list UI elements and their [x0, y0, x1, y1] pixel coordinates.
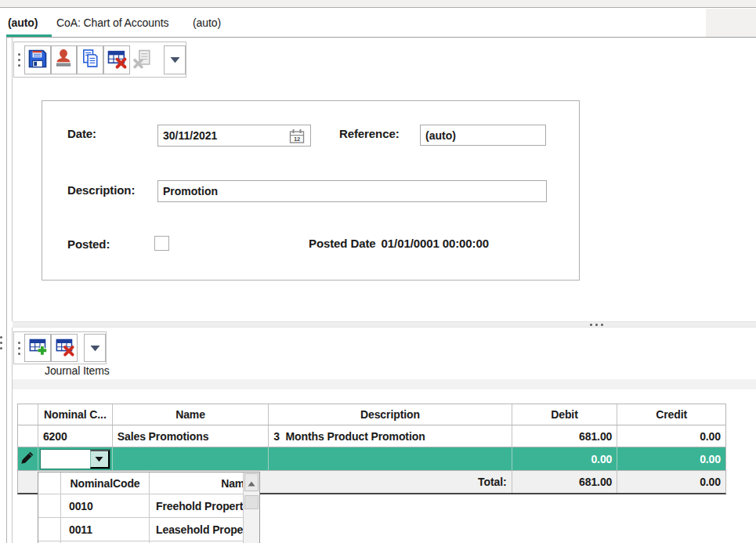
- tab-auto-2[interactable]: (auto): [193, 13, 221, 32]
- scroll-thumb[interactable]: [244, 495, 259, 509]
- post-stamp-icon: [52, 48, 74, 72]
- post-button[interactable]: [51, 45, 78, 74]
- popup-code-cell: 0011: [61, 518, 150, 541]
- journal-toolbar: [13, 42, 186, 78]
- col-header-name[interactable]: Name: [113, 404, 269, 425]
- journal-header-panel: Date: 12 Reference: Description: Posted:…: [42, 100, 580, 281]
- nominal-edit-cell: [38, 447, 113, 470]
- copy-button[interactable]: [77, 45, 103, 74]
- horizontal-splitter[interactable]: [13, 321, 756, 328]
- popup-col-header-code: NominalCode: [61, 472, 150, 494]
- items-toolbar-overflow-button[interactable]: [84, 334, 106, 362]
- chevron-down-icon: [95, 453, 103, 465]
- popup-row-selector: [38, 494, 61, 517]
- popup-row[interactable]: 0010 Freehold Property: [38, 494, 260, 518]
- lower-panel-left-border: [12, 328, 13, 543]
- date-label: Date:: [67, 127, 96, 140]
- tab-bar-filler: [706, 9, 756, 37]
- nominal-combo-drop-button[interactable]: [90, 450, 110, 469]
- popup-header-row: NominalCode Name: [38, 472, 260, 494]
- debit-cell: 681.00: [512, 425, 618, 447]
- total-selector-cell: [18, 471, 38, 493]
- total-credit: 0.00: [617, 471, 725, 493]
- delete-row-icon: [54, 336, 75, 360]
- add-row-button[interactable]: [24, 334, 51, 362]
- row-selector-header[interactable]: [18, 404, 38, 425]
- posted-label: Posted:: [67, 237, 110, 251]
- col-header-description[interactable]: Description: [269, 404, 512, 425]
- table-row[interactable]: 6200 Sales Promotions 3 Months Product P…: [17, 425, 726, 447]
- description-label: Description:: [67, 183, 135, 197]
- posted-date-group: Posted Date 01/01/0001 00:00:00: [309, 237, 489, 250]
- reference-input[interactable]: [420, 125, 546, 146]
- journal-entry-window: (auto) CoA: Chart of Accounts (auto): [0, 0, 756, 543]
- delete-row-button[interactable]: [51, 334, 78, 362]
- splitter-grip-icon: [590, 324, 603, 326]
- panel-grip-icon[interactable]: [0, 336, 2, 349]
- delete-journal-icon: [106, 48, 128, 72]
- posted-checkbox[interactable]: [154, 236, 169, 251]
- debit-edit-cell: 0.00: [512, 447, 618, 470]
- col-header-debit[interactable]: Debit: [512, 404, 618, 425]
- toolbar-grip-icon[interactable]: [18, 53, 20, 67]
- chevron-down-icon: [170, 54, 180, 66]
- posted-date-value: 01/01/0001 00:00:00: [382, 237, 489, 250]
- total-label: Total:: [269, 471, 512, 493]
- add-row-icon: [27, 336, 49, 360]
- credit-cell: 0.00: [617, 425, 725, 447]
- nominal-lookup-popup: NominalCode Name 0010 Freehold Property …: [38, 472, 260, 543]
- edit-row-indicator-cell: [18, 447, 38, 470]
- popup-row[interactable]: 0011 Leasehold Property: [38, 518, 260, 541]
- popup-scrollbar[interactable]: [243, 472, 259, 543]
- calendar-icon[interactable]: 12: [288, 128, 306, 148]
- total-debit: 681.00: [512, 471, 618, 493]
- name-cell: Sales Promotions: [113, 425, 269, 447]
- window-top-strip: [0, 0, 756, 8]
- nominal-cell: 6200: [38, 425, 113, 447]
- edit-row[interactable]: 0.00 0.00: [17, 447, 726, 471]
- save-icon: [27, 48, 49, 72]
- journal-items-toolbar: [13, 331, 107, 364]
- col-header-nominal[interactable]: Nominal C...: [38, 404, 113, 425]
- tab-chart-of-accounts[interactable]: CoA: Chart of Accounts: [56, 13, 168, 32]
- toolbar-overflow-button[interactable]: [164, 45, 186, 74]
- nominal-combobox[interactable]: [40, 449, 110, 469]
- popup-selector-header: [38, 472, 61, 494]
- description-edit-cell: [269, 447, 512, 470]
- upper-panel-left-border: [12, 38, 13, 321]
- svg-text:12: 12: [294, 136, 300, 143]
- chevron-down-icon: [90, 342, 100, 354]
- scroll-up-button[interactable]: [244, 473, 259, 491]
- description-cell: 3 Months Product Promotion: [269, 425, 512, 447]
- content-left-border: [6, 38, 7, 543]
- tab-journal-auto[interactable]: (auto): [8, 13, 38, 32]
- popup-row-selector: [38, 518, 61, 541]
- chevron-up-icon: [248, 476, 255, 490]
- unpost-button: [130, 45, 157, 74]
- tab-bar-border: [6, 37, 756, 38]
- save-button[interactable]: [24, 45, 51, 74]
- section-divider-band: [13, 379, 756, 389]
- unpost-icon: [132, 48, 154, 72]
- col-header-credit[interactable]: Credit: [617, 404, 725, 425]
- row-selector-cell[interactable]: [18, 425, 38, 447]
- reference-label: Reference:: [339, 127, 400, 140]
- name-edit-cell: [113, 447, 269, 470]
- credit-edit-cell: 0.00: [617, 447, 725, 470]
- popup-code-cell: 0010: [61, 494, 150, 517]
- posted-date-label: Posted Date: [309, 237, 376, 250]
- delete-journal-button[interactable]: [103, 45, 130, 74]
- nominal-combo-input[interactable]: [41, 450, 90, 469]
- grid-header-row: Nominal C... Name Description Debit Cred…: [17, 404, 726, 425]
- description-input[interactable]: [157, 180, 547, 202]
- copy-icon: [79, 48, 101, 72]
- items-toolbar-grip-icon[interactable]: [18, 342, 20, 355]
- journal-items-title: Journal Items: [45, 364, 110, 377]
- pencil-icon: [20, 450, 35, 468]
